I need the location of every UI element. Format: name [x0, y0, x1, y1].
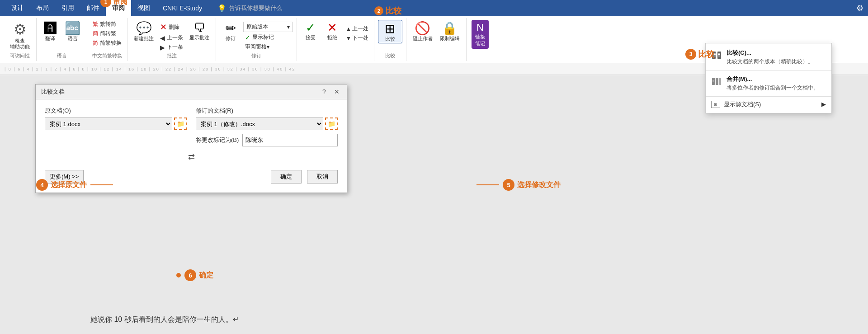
block-label: 阻止作者 [413, 36, 433, 42]
track-changes-btn[interactable]: ✏ 修订 [220, 20, 241, 42]
revised-doc-select[interactable]: 案例 1（修改）.docx [196, 118, 323, 130]
compare-menu-desc: 比较文档的两个版本（精确比较）。 [726, 58, 826, 66]
check-accessibility-btn[interactable]: ⚙ 检查辅助功能 [7, 20, 33, 51]
callout-3: 3 比较 [685, 49, 714, 60]
callout-1-text: 审阅 [113, 0, 127, 7]
accessibility-icon: ⚙ [14, 21, 27, 38]
tab-review[interactable]: 审阅 1 审阅 [106, 0, 131, 16]
callout-4-arrow [90, 184, 113, 185]
next-icon: ▶ [160, 44, 165, 51]
onenote-icon: N [476, 22, 484, 33]
group-language: 🅰 翻译 🔤 语言 语言 [37, 18, 87, 61]
dialog-titlebar: 比较文档 ? ✕ [36, 85, 347, 99]
callout-5-text: 选择修改文件 [517, 180, 561, 190]
compare-icon: ⊞ [385, 21, 395, 36]
submenu-arrow-icon: ▶ [821, 101, 826, 108]
show-markup-btn[interactable]: ✓ 显示标记 [243, 33, 293, 42]
ruler-marks: | 8 | 6 | 4 | 2 | 1 | 2 | 4 | 6 | 8 | 10… [5, 67, 296, 71]
link-label: 链接笔记 [475, 33, 485, 47]
group-changes: ✓ 接受 ✕ 拒绝 ▲ 上一处 ▼ 下一处 [297, 18, 374, 61]
next-label: 下一条 [167, 43, 183, 51]
compare-dropdown-item[interactable]: 比较(C)... 比较文档的两个版本（精确比较）。 [706, 45, 831, 69]
mark-input[interactable] [242, 134, 338, 146]
revised-folder-btn[interactable]: 📁 [325, 118, 338, 130]
translate-label: 翻译 [45, 36, 55, 42]
ok-btn[interactable]: 确定 [271, 170, 302, 183]
dialog-close-btn[interactable]: ✕ [332, 87, 341, 96]
callout-1-circle: 1 [100, 0, 111, 7]
merge-dropdown-item[interactable]: ≡ 合并(M)... 将多位作者的修订组合到一个文档中。 [706, 71, 831, 95]
language-btn[interactable]: 🔤 语言 [62, 20, 83, 42]
delete-comment-btn[interactable]: ✕ 删除 [158, 22, 185, 33]
revised-input-row: 案例 1（修改）.docx 📁 [196, 118, 338, 130]
new-comment-icon: 💬 [136, 21, 152, 36]
reject-label: 拒绝 [327, 35, 337, 41]
up-icon: ▲ [346, 26, 351, 32]
compare-main-label: 比较 [385, 36, 395, 42]
group-link: N 链接笔记 [467, 18, 494, 61]
callout-5: 5 选择修改文件 [476, 179, 561, 191]
prev-icon: ◀ [160, 34, 165, 42]
dialog-help-btn[interactable]: ? [320, 87, 329, 96]
compare-main-btn[interactable]: ⊞ 比较 [378, 20, 402, 43]
review-pane-btn[interactable]: 审阅窗格 ▾ [243, 42, 293, 51]
translate-btn[interactable]: 🅰 翻译 [40, 20, 60, 42]
lock-icon: 🔒 [442, 21, 458, 36]
prev-change-btn[interactable]: ▲ 上一处 [344, 24, 370, 33]
fanti-jian-btn[interactable]: 繁 繁转简 [91, 20, 123, 28]
restrict-editing-btn[interactable]: 🔒 限制编辑 [437, 20, 462, 42]
jianfan-icon: 簡 [93, 30, 98, 38]
language-icon: 🔤 [65, 21, 80, 36]
callout-6-dot [176, 273, 181, 278]
swap-btn[interactable]: ⇄ [45, 152, 338, 162]
group-tracking: ✏ 修订 原始版本 ▾ ✓ 显示标记 审阅窗格 ▾ 修订 [216, 18, 297, 61]
tab-view[interactable]: 视图 [131, 0, 156, 16]
prev-comment-btn[interactable]: ◀ 上一条 [158, 33, 185, 42]
ribbon-search-label: 告诉我你想要做什么 [229, 4, 282, 12]
group-compare: ⊞ 比较 2 比较 比较 [374, 18, 406, 61]
fanti-icon: 繁 [93, 20, 98, 28]
tab-cnki[interactable]: CNKI E-Study [156, 0, 208, 16]
callout-6-circle: 6 [184, 269, 196, 281]
original-doc-col: 原文档(O) 案例 1.docx 📁 [45, 107, 187, 146]
show-source-item[interactable]: ⊞ 显示源文档(S) ▶ [706, 98, 831, 111]
callout-2-circle: 2 [374, 6, 383, 15]
fanti-label: 繁转简 [100, 20, 116, 28]
next-comment-btn[interactable]: ▶ 下一条 [158, 43, 185, 52]
dropdown-divider-2 [706, 96, 831, 97]
revised-doc-col: 修订的文档(R) 案例 1（修改）.docx 📁 将更改标记为(B) [196, 107, 338, 146]
callout-6-text: 确定 [199, 271, 213, 280]
jian-fan-btn[interactable]: 簡 简转繁 [91, 29, 123, 38]
reject-btn[interactable]: ✕ 拒绝 [322, 20, 342, 42]
original-input-row: 案例 1.docx 📁 [45, 118, 187, 130]
review-pane-label: 审阅窗格 [245, 43, 267, 51]
comments-group-label: 批注 [167, 52, 177, 59]
group-comments: 💬 新建批注 ✕ 删除 ◀ 上一条 ▶ 下一条 🗨 显示批注 [127, 18, 216, 61]
tab-references[interactable]: 引用 [55, 0, 80, 16]
next-change-btn[interactable]: ▼ 下一处 [344, 34, 370, 42]
merge-menu-title: 合并(M)... [726, 75, 826, 83]
show-comments-btn[interactable]: 🗨 显示批注 [187, 20, 212, 42]
mark-label: 将更改标记为(B) [196, 136, 239, 144]
cancel-btn[interactable]: 取消 [307, 170, 338, 183]
user-icon[interactable]: ⚙ [856, 3, 863, 13]
link-notes-btn[interactable]: N 链接笔记 [472, 20, 489, 49]
original-version-btn[interactable]: 原始版本 ▾ [243, 22, 293, 32]
svg-rect-9 [716, 78, 718, 85]
jianfan-conv-btn[interactable]: 简 简繁转换 [91, 39, 123, 47]
callout-3-text: 比较 [698, 49, 714, 60]
group-accessibility: ⚙ 检查辅助功能 可访问性 [4, 18, 37, 61]
accept-btn[interactable]: ✓ 接受 [301, 20, 321, 42]
block-authors-btn[interactable]: 🚫 阻止作者 [410, 20, 435, 42]
down-icon: ▼ [346, 35, 351, 42]
delete-label: 删除 [169, 24, 179, 31]
original-doc-select[interactable]: 案例 1.docx [45, 118, 172, 130]
original-folder-btn[interactable]: 📁 [174, 118, 187, 130]
ribbon-search: 💡 告诉我你想要做什么 [217, 4, 282, 13]
tab-design[interactable]: 设计 [5, 0, 30, 16]
tab-layout[interactable]: 布局 [30, 0, 55, 16]
accessibility-group-label: 可访问性 [10, 52, 30, 59]
new-comment-btn[interactable]: 💬 新建批注 [131, 20, 156, 42]
group-protect: 🚫 阻止作者 🔒 限制编辑 [406, 18, 467, 61]
review-pane-dropdown: ▾ [267, 44, 269, 50]
